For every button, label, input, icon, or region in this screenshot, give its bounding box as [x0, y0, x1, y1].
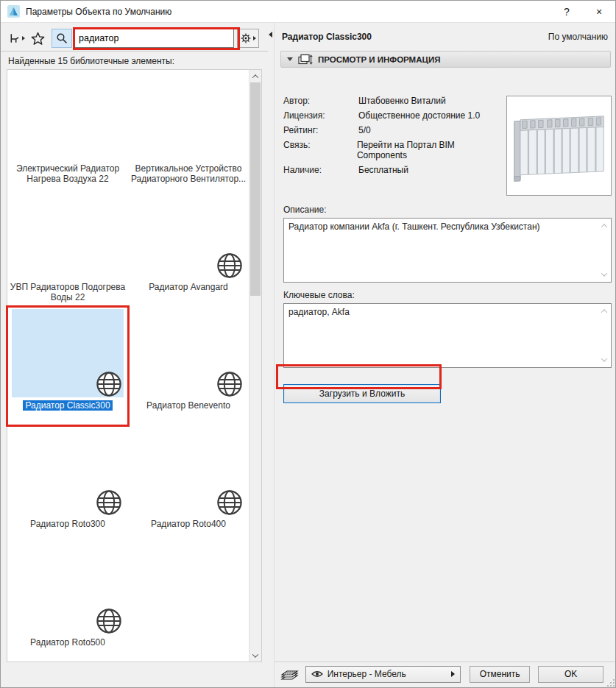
library-item-label: Вертикальное Устройство Радиаторного Вен… [130, 163, 247, 184]
right-panel: Радиатор Classic300 По умолчанию ПРОСМОТ… [274, 23, 616, 688]
furniture-flyout-button[interactable] [7, 29, 26, 48]
list-item[interactable]: Радиатор Avangard [128, 188, 249, 307]
layer-dropdown-label: Интерьер - Мебель [328, 669, 406, 679]
results-count-label: Найденные 15 библиотечные элементы: [8, 56, 261, 66]
search-icon [56, 32, 68, 44]
list-item[interactable]: Радиатор Benevento [128, 307, 249, 425]
layer-dropdown[interactable]: Интерьер - Мебель [305, 666, 461, 683]
description-field[interactable]: Радиатор компании Akfa (г. Ташкент. Респ… [283, 218, 612, 283]
dropdown-arrow-icon [451, 671, 455, 677]
default-badge: По умолчанию [548, 32, 608, 42]
globe-icon [216, 252, 243, 279]
library-item-label: Электрический Радиатор Нагрева Воздуха 2… [10, 163, 126, 184]
list-item[interactable]: УВП Радиаторов Подогрева Воды 22 [7, 188, 128, 307]
globe-icon [96, 608, 122, 634]
list-item[interactable]: Вертикальное Устройство Радиаторного Вен… [128, 70, 249, 188]
selected-object-name: Радиатор Classic300 [282, 32, 372, 42]
library-item-label: Радиатор Benevento [146, 400, 230, 411]
globe-icon [216, 489, 243, 516]
item-thumbnail [132, 72, 244, 160]
chevron-up-icon[interactable] [601, 309, 607, 315]
info-row-license: Лицензия: Общественное достояние 1.0 [283, 110, 504, 121]
info-label: Связь: [283, 140, 357, 160]
library-item-label: Радиатор Avangard [149, 282, 228, 292]
library-item-label: Радиатор Roto300 [30, 519, 105, 529]
left-panel: Найденные 15 библиотечные элементы: [1, 23, 268, 688]
item-thumbnail [132, 309, 244, 397]
scroll-thumb[interactable] [250, 82, 261, 296]
section-header-preview-info[interactable]: ПРОСМОТР И ИНФОРМАЦИЯ [280, 51, 611, 68]
collapse-triangle-icon [287, 57, 293, 61]
info-row-availability: Наличие: Бесплатный [283, 165, 504, 175]
ok-button[interactable]: OK [538, 666, 603, 683]
globe-icon [96, 489, 122, 516]
info-row-author: Автор: Штабовенко Виталий [283, 96, 504, 106]
info-label: Лицензия: [283, 110, 358, 121]
close-button[interactable]: × [583, 1, 615, 22]
flyout-arrow-icon [22, 36, 25, 40]
item-thumbnail [132, 191, 244, 279]
load-insert-button[interactable]: Загрузить и Вложить [283, 384, 441, 403]
gear-icon [241, 33, 251, 43]
preview-pages-icon [298, 54, 313, 65]
search-toggle-button[interactable] [52, 29, 72, 48]
bim-components-link[interactable]: Перейти на Портал BIM Components [357, 140, 504, 160]
chevron-down-icon[interactable] [601, 270, 607, 276]
chevron-down-icon[interactable] [601, 355, 607, 361]
scroll-up-button[interactable] [249, 70, 261, 82]
panel-collapse-icon[interactable] [269, 32, 272, 38]
item-thumbnail [132, 428, 244, 516]
info-label: Автор: [283, 96, 358, 106]
info-value: 5/0 [358, 125, 371, 135]
item-thumbnail [12, 72, 124, 160]
library-items-grid: Электрический Радиатор Нагрева Воздуха 2… [7, 70, 249, 662]
info-value: Бесплатный [358, 165, 408, 175]
chevron-up-icon[interactable] [601, 224, 607, 230]
settings-button[interactable] [237, 29, 259, 48]
window-title: Параметры Объекта по Умолчанию [26, 7, 171, 17]
chair-icon [7, 32, 20, 45]
globe-icon [216, 371, 243, 397]
list-item[interactable]: Радиатор Roto500 [7, 544, 128, 662]
item-thumbnail [12, 546, 124, 634]
eye-icon [311, 670, 323, 678]
info-value: Штабовенко Виталий [358, 96, 446, 106]
item-thumbnail [12, 191, 124, 279]
item-thumbnail [12, 309, 124, 397]
preview-box [506, 96, 612, 196]
library-item-label: Радиатор Classic300 [23, 400, 112, 411]
section-title: ПРОСМОТР И ИНФОРМАЦИЯ [318, 55, 440, 64]
scroll-down-button[interactable] [249, 649, 261, 662]
dialog-window: Параметры Объекта по Умолчанию ? × [0, 0, 616, 688]
library-item-label: УВП Радиаторов Подогрева Воды 22 [10, 282, 126, 302]
chevron-down-icon [252, 651, 258, 657]
list-item[interactable]: Радиатор Roto400 [128, 425, 249, 544]
list-item[interactable]: Электрический Радиатор Нагрева Воздуха 2… [7, 70, 128, 188]
search-input[interactable] [74, 29, 234, 48]
search-toolbar [1, 23, 268, 52]
list-scrollbar[interactable] [249, 70, 261, 662]
resize-grip[interactable] [606, 678, 615, 687]
info-row-rating: Рейтинг: 5/0 [283, 125, 504, 135]
keywords-label: Ключевые слова: [283, 290, 616, 300]
help-button[interactable]: ? [550, 1, 583, 22]
info-value: Общественное достояние 1.0 [358, 110, 480, 121]
favorites-button[interactable] [30, 29, 46, 48]
bottom-bar: Интерьер - Мебель Отменить OK [275, 662, 616, 688]
description-label: Описание: [283, 205, 616, 215]
library-item-label: Радиатор Roto500 [30, 637, 105, 648]
library-list: Электрический Радиатор Нагрева Воздуха 2… [7, 69, 262, 662]
list-item[interactable]: Радиатор Classic300 [7, 307, 128, 425]
info-block: Автор: Штабовенко Виталий Лицензия: Обще… [283, 96, 612, 199]
list-item[interactable]: Радиатор Roto300 [7, 425, 128, 544]
info-row-link: Связь: Перейти на Портал BIM Components [283, 140, 504, 160]
info-label: Наличие: [283, 165, 358, 175]
item-thumbnail [12, 428, 124, 516]
description-text: Радиатор компании Akfa (г. Ташкент. Респ… [288, 221, 540, 232]
preview-image [512, 107, 606, 185]
flyout-arrow-icon [253, 36, 256, 40]
keywords-field[interactable]: радиатор, Akfa [283, 303, 612, 368]
globe-icon [96, 371, 122, 397]
app-icon [7, 5, 20, 18]
cancel-button[interactable]: Отменить [470, 666, 530, 683]
